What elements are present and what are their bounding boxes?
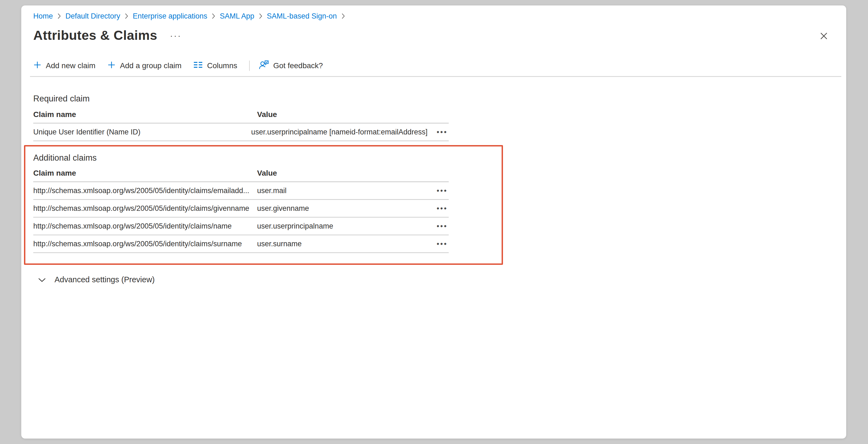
chevron-right-icon [57, 13, 61, 19]
row-menu-icon[interactable]: ••• [436, 224, 449, 229]
advanced-settings-toggle[interactable]: Advanced settings (Preview) [38, 275, 155, 284]
claim-name-column-header: Claim name [33, 110, 257, 119]
table-header-row: Claim name Value [33, 110, 449, 123]
columns-label: Columns [207, 61, 237, 70]
add-new-claim-label: Add new claim [46, 61, 95, 70]
breadcrumb-saml-based-sign-on[interactable]: SAML-based Sign-on [267, 11, 337, 21]
required-claim-table: Claim name Value Unique User Identifier … [33, 110, 449, 141]
breadcrumb: Home Default Directory Enterprise applic… [33, 11, 834, 21]
got-feedback-label: Got feedback? [273, 61, 323, 70]
claim-value-cell: user.surname [257, 240, 427, 248]
value-column-header: Value [257, 110, 427, 119]
claim-value-cell: user.userprincipalname [nameid-format:em… [251, 128, 428, 136]
row-menu-icon[interactable]: ••• [436, 188, 449, 194]
table-row[interactable]: http://schemas.xmlsoap.org/ws/2005/05/id… [33, 235, 449, 253]
add-new-claim-button[interactable]: Add new claim [33, 61, 95, 71]
columns-button[interactable]: Columns [193, 61, 237, 70]
advanced-settings-label: Advanced settings (Preview) [55, 275, 155, 284]
additional-claims-heading: Additional claims [33, 153, 502, 163]
claim-name-cell: Unique User Identifier (Name ID) [33, 128, 251, 136]
claim-value-cell: user.userprincipalname [257, 222, 427, 231]
claim-name-cell: http://schemas.xmlsoap.org/ws/2005/05/id… [33, 204, 257, 213]
required-claim-section: Required claim Claim name Value Unique U… [33, 94, 834, 141]
command-bar: Add new claim Add a group claim Columns … [33, 60, 834, 72]
claim-name-column-header: Claim name [33, 169, 257, 178]
feedback-icon [259, 60, 269, 71]
add-group-claim-button[interactable]: Add a group claim [107, 61, 182, 71]
row-menu-icon[interactable]: ••• [436, 241, 449, 246]
additional-claims-section: Additional claims Claim name Value http:… [33, 153, 502, 253]
table-row[interactable]: Unique User Identifier (Name ID) user.us… [33, 123, 449, 141]
breadcrumb-enterprise-applications[interactable]: Enterprise applications [133, 11, 207, 21]
claim-name-cell: http://schemas.xmlsoap.org/ws/2005/05/id… [33, 186, 257, 195]
required-claim-heading: Required claim [33, 94, 834, 103]
breadcrumb-saml-app[interactable]: SAML App [220, 11, 254, 21]
breadcrumb-home[interactable]: Home [33, 11, 53, 21]
attributes-claims-panel: Home Default Directory Enterprise applic… [21, 5, 846, 439]
chevron-right-icon [341, 13, 345, 19]
claim-name-cell: http://schemas.xmlsoap.org/ws/2005/05/id… [33, 222, 257, 231]
page-title: Attributes & Claims [33, 28, 157, 43]
plus-icon [33, 61, 41, 71]
table-row[interactable]: http://schemas.xmlsoap.org/ws/2005/05/id… [33, 182, 449, 200]
row-menu-icon[interactable]: ••• [436, 129, 449, 135]
value-column-header: Value [257, 169, 427, 178]
toolbar-separator [30, 76, 841, 77]
claim-name-cell: http://schemas.xmlsoap.org/ws/2005/05/id… [33, 240, 257, 248]
breadcrumb-default-directory[interactable]: Default Directory [65, 11, 120, 21]
chevron-right-icon [259, 13, 262, 19]
columns-icon [193, 61, 203, 70]
plus-icon [107, 61, 116, 71]
toolbar-divider [249, 61, 250, 71]
highlight-box: Additional claims Claim name Value http:… [24, 145, 503, 265]
close-icon[interactable] [818, 31, 829, 42]
claim-value-cell: user.givenname [257, 204, 427, 213]
additional-claims-table: Claim name Value http://schemas.xmlsoap.… [33, 169, 449, 253]
chevron-down-icon [38, 275, 46, 284]
chevron-right-icon [125, 13, 128, 19]
titlebar: Attributes & Claims ··· [33, 28, 834, 43]
row-menu-icon[interactable]: ••• [436, 206, 449, 211]
add-group-claim-label: Add a group claim [120, 61, 182, 70]
got-feedback-button[interactable]: Got feedback? [259, 60, 323, 71]
more-options-icon[interactable]: ··· [168, 33, 183, 38]
table-row[interactable]: http://schemas.xmlsoap.org/ws/2005/05/id… [33, 218, 449, 235]
claim-value-cell: user.mail [257, 186, 427, 195]
table-header-row: Claim name Value [33, 169, 449, 182]
table-row[interactable]: http://schemas.xmlsoap.org/ws/2005/05/id… [33, 200, 449, 218]
chevron-right-icon [212, 13, 215, 19]
